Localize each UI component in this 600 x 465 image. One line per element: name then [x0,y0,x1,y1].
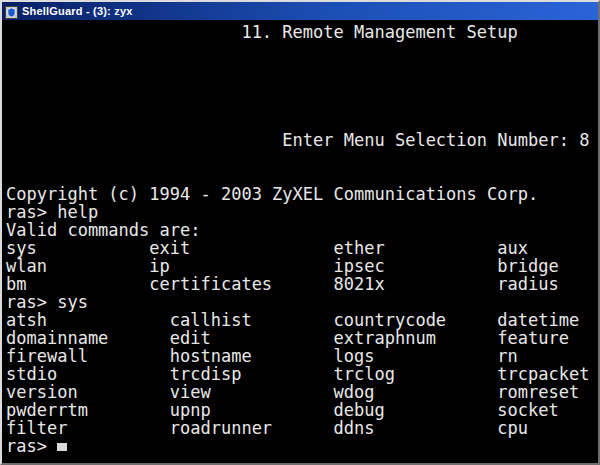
terminal-line: pwderrtm upnp debug socket [6,401,598,419]
window-title: ShellGuard - (3): zyx [22,5,133,17]
terminal-line: Copyright (c) 1994 - 2003 ZyXEL Communic… [6,185,598,203]
terminal-line: domainname edit extraphnum feature [6,329,598,347]
terminal-line [6,41,598,59]
shellguard-app-icon[interactable] [5,5,18,18]
terminal-line: bm certificates 8021x radius [6,275,598,293]
terminal-line: stdio trcdisp trclog trcpacket [6,365,598,383]
terminal-line: sys exit ether aux [6,239,598,257]
terminal-line [6,113,598,131]
terminal-prompt: ras> [6,436,57,456]
terminal-line [6,95,598,113]
terminal-prompt-line: ras> [6,437,598,455]
terminal-line: version view wdog romreset [6,383,598,401]
title-bar[interactable]: ShellGuard - (3): zyx [2,2,598,20]
terminal-line [6,59,598,77]
shellguard-window: ShellGuard - (3): zyx 11. Remote Managem… [0,0,600,465]
terminal-line: firewall hostname logs rn [6,347,598,365]
terminal-line [6,77,598,95]
terminal-screen[interactable]: 11. Remote Management Setup Enter Menu S… [2,20,598,463]
terminal-line [6,167,598,185]
terminal-line: Enter Menu Selection Number: 8 [6,131,598,149]
terminal-line: ras> help [6,203,598,221]
terminal-line: ras> sys [6,293,598,311]
terminal-line: wlan ip ipsec bridge [6,257,598,275]
terminal-line [6,149,598,167]
terminal-line: atsh callhist countrycode datetime [6,311,598,329]
terminal-cursor [57,443,67,451]
terminal-line: filter roadrunner ddns cpu [6,419,598,437]
terminal-line: Valid commands are: [6,221,598,239]
terminal-line: 11. Remote Management Setup [6,23,598,41]
